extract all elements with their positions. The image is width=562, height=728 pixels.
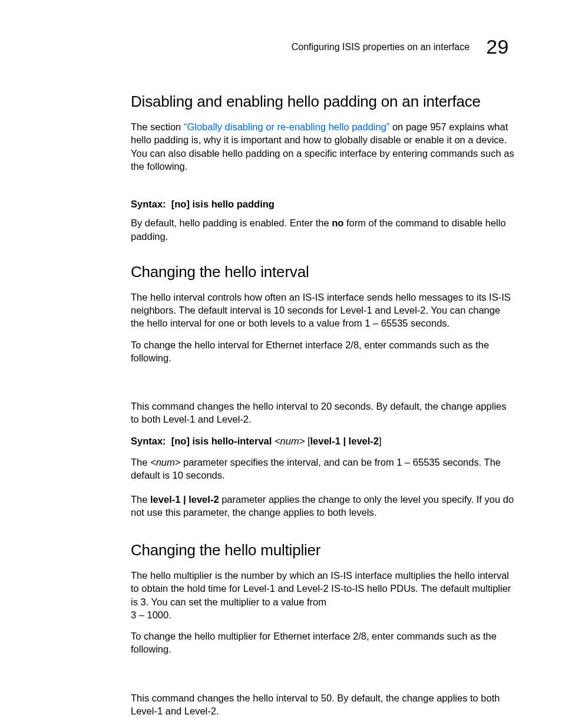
section-heading: Disabling and enabling hello padding on … [131, 93, 515, 111]
section-heading: Changing the hello multiplier [131, 541, 515, 559]
paragraph: This command changes the hello interval … [131, 400, 515, 426]
paragraph: To change the hello multiplier for Ether… [131, 630, 515, 656]
text: The section [131, 121, 184, 132]
content-column: Disabling and enabling hello padding on … [47, 93, 515, 728]
text: parameter specifies the interval, and ca… [131, 457, 501, 480]
syntax-option: [no] [171, 199, 190, 209]
paragraph: The hello multiplier is the number by wh… [131, 569, 515, 608]
cross-reference-link[interactable]: “Globally disabling or re-enabling hello… [184, 121, 389, 132]
text: The [131, 494, 150, 505]
syntax-line: Syntax: [no] isis hello padding [131, 197, 515, 210]
syntax-line: Syntax: [no] isis hello-multiplier <num>… [131, 726, 515, 728]
syntax-command: isis hello-interval [193, 436, 272, 446]
paragraph: The section “Globally disabling or re-en… [131, 120, 515, 173]
bold-text: no [332, 218, 343, 228]
syntax-option: [no] [171, 436, 190, 446]
syntax-line: Syntax: [no] isis hello-interval <num> [… [131, 434, 515, 447]
page: Configuring ISIS properties on an interf… [0, 0, 562, 728]
paragraph: The level-1 | level-2 parameter applies … [131, 493, 515, 519]
text: ] [379, 436, 382, 446]
paragraph: The hello interval controls how often an… [131, 291, 515, 330]
running-title: Configuring ISIS properties on an interf… [292, 42, 470, 52]
text: By default, hello padding is enabled. En… [131, 218, 332, 228]
syntax-arg: <num> [275, 436, 305, 446]
paragraph: By default, hello padding is enabled. En… [131, 216, 515, 243]
paragraph: This command changes the hello interval … [131, 691, 515, 718]
paragraph: The <num> parameter specifies the interv… [131, 456, 515, 482]
text: The [131, 457, 150, 467]
paragraph: To change the hello interval for Etherne… [131, 338, 515, 365]
paragraph: 3 – 1000. [131, 608, 515, 621]
syntax-label: Syntax: [131, 199, 166, 209]
syntax-tail: level-1 | level-2 [310, 436, 379, 446]
running-header: Configuring ISIS properties on an interf… [47, 35, 515, 58]
section-heading: Changing the hello interval [131, 263, 515, 281]
syntax-label: Syntax: [131, 436, 166, 446]
bold-text: level-1 | level-2 [150, 494, 219, 505]
arg-text: <num> [150, 457, 180, 467]
syntax-command: isis hello padding [193, 199, 275, 209]
chapter-number: 29 [486, 35, 509, 58]
